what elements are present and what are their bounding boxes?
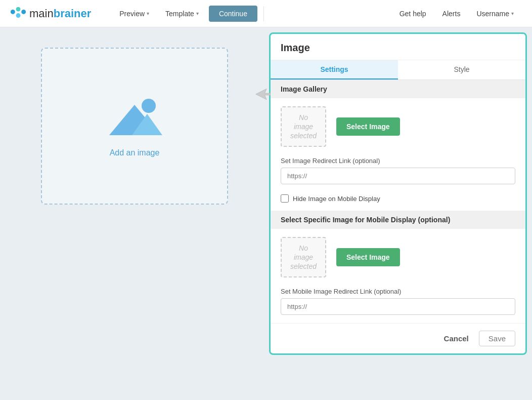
svg-point-1 — [16, 7, 21, 11]
add-image-label[interactable]: Add an image — [110, 148, 160, 157]
save-button[interactable]: Save — [479, 331, 515, 346]
svg-point-3 — [16, 13, 21, 18]
no-image-box-mobile: No image selected — [281, 237, 326, 277]
no-text-mobile-2: image — [294, 253, 313, 261]
settings-arrow-icon — [255, 87, 271, 101]
canvas-area: Add an image — [0, 27, 269, 400]
nav-alerts[interactable]: Alerts — [434, 7, 469, 21]
tab-style[interactable]: Style — [398, 60, 525, 79]
panel-title: Image — [271, 34, 525, 60]
image-gallery-header: Image Gallery — [271, 80, 525, 98]
logo-main: main — [29, 7, 54, 20]
mobile-redirect-link-group: Set Mobile Image Redirect Link (optional… — [271, 286, 525, 323]
redirect-link-input[interactable] — [281, 168, 515, 184]
no-text-2: image — [294, 123, 313, 131]
no-text-mobile-3: selected — [290, 262, 317, 270]
mobile-gallery-header: Select Specific Image for Mobile Display… — [271, 211, 525, 229]
image-placeholder[interactable]: Add an image — [41, 48, 228, 205]
tabs: Settings Style — [271, 60, 525, 80]
mobile-gallery-row: No image selected Select Image — [271, 229, 525, 286]
panel-footer: Cancel Save — [271, 323, 525, 353]
navbar: mainbrainer Preview ▾ Template ▾ Continu… — [0, 0, 532, 27]
svg-marker-7 — [256, 89, 270, 99]
mobile-redirect-input[interactable] — [281, 298, 515, 315]
settings-tab-label: Settings — [320, 65, 348, 73]
hide-mobile-label[interactable]: Hide Image on Mobile Display — [293, 195, 380, 203]
preview-label: Preview — [119, 10, 145, 18]
hide-mobile-checkbox[interactable] — [281, 194, 289, 203]
panel-body: Image Gallery No image selected Select I… — [271, 80, 525, 323]
no-text-mobile-1: No — [299, 244, 308, 252]
main-layout: Add an image Image Settings Style — [0, 27, 532, 400]
nav-get-help[interactable]: Get help — [391, 7, 434, 21]
nav-items: Preview ▾ Template ▾ Continue — [111, 6, 259, 22]
image-gallery-row: No image selected Select Image — [271, 98, 525, 155]
arrow-indicator — [255, 87, 271, 101]
no-text-3: selected — [290, 132, 317, 140]
redirect-link-label: Set Image Redirect Link (optional) — [281, 157, 515, 165]
nav-preview[interactable]: Preview ▾ — [111, 7, 157, 21]
preview-caret-icon: ▾ — [147, 11, 149, 16]
nav-divider — [263, 6, 264, 21]
mobile-redirect-label: Set Mobile Image Redirect Link (optional… — [281, 288, 515, 295]
logo-icon — [10, 6, 26, 22]
cancel-button[interactable]: Cancel — [439, 331, 474, 346]
right-panel: Image Settings Style Image Gallery No im… — [269, 32, 527, 355]
redirect-link-group: Set Image Redirect Link (optional) — [271, 155, 525, 192]
select-image-button-mobile[interactable]: Select Image — [336, 248, 400, 266]
svg-point-4 — [142, 99, 156, 113]
svg-point-2 — [21, 10, 26, 14]
continue-button[interactable]: Continue — [209, 6, 257, 22]
logo-text: mainbrainer — [29, 7, 91, 20]
canvas-image-icon — [104, 95, 165, 140]
hide-mobile-row: Hide Image on Mobile Display — [271, 192, 525, 211]
svg-point-0 — [11, 10, 15, 14]
username-label: Username — [476, 10, 509, 18]
logo: mainbrainer — [10, 6, 91, 22]
username-caret-icon: ▾ — [511, 11, 514, 16]
no-image-box-desktop: No image selected — [281, 106, 326, 147]
template-label: Template — [165, 10, 194, 18]
template-caret-icon: ▾ — [196, 11, 199, 16]
select-image-button-desktop[interactable]: Select Image — [336, 117, 400, 136]
nav-right: Get help Alerts Username ▾ — [391, 7, 522, 21]
logo-brainer: brainer — [54, 7, 92, 20]
no-text-1: No — [299, 113, 308, 122]
get-help-label: Get help — [400, 10, 426, 18]
tab-settings[interactable]: Settings — [271, 60, 398, 79]
style-tab-label: Style — [454, 65, 469, 73]
nav-template[interactable]: Template ▾ — [157, 7, 207, 21]
nav-username[interactable]: Username ▾ — [468, 7, 522, 21]
alerts-label: Alerts — [442, 10, 461, 18]
